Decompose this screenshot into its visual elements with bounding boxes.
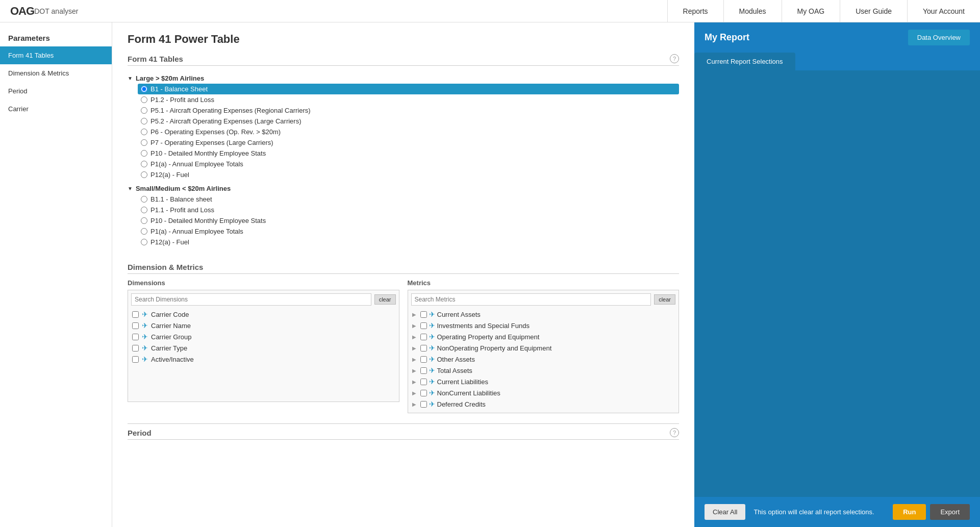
- export-button[interactable]: Export: [930, 504, 970, 520]
- metric-label-investments: Investments and Special Funds: [437, 322, 530, 330]
- tree-item-p12asm-label: P12(a) - Fuel: [150, 238, 189, 246]
- tree-item-p10sm[interactable]: P10 - Detailed Monthly Employee Stats: [138, 215, 679, 226]
- period-section-title: Period: [128, 429, 152, 437]
- dimensions-clear-button[interactable]: clear: [374, 294, 396, 305]
- checkbox-carrier-group[interactable]: [132, 334, 139, 340]
- radio-p12asm[interactable]: [141, 239, 147, 245]
- clear-all-button[interactable]: Clear All: [705, 504, 745, 520]
- right-panel-header: My Report Data Overview: [694, 22, 980, 53]
- checkbox-noncurrent-liabilities[interactable]: [420, 390, 427, 396]
- radio-b11[interactable]: [141, 196, 147, 203]
- radio-b1[interactable]: [141, 86, 147, 92]
- form41-tree: ▼ Large > $20m Airlines B1 - Balance She…: [128, 71, 679, 253]
- nav-userguide[interactable]: User Guide: [840, 0, 907, 22]
- checkbox-active-inactive[interactable]: [132, 356, 139, 363]
- tree-item-p12[interactable]: P1.2 - Profit and Loss: [138, 94, 679, 105]
- metric-item-operating-property[interactable]: ▶ ✈ Operating Property and Equipment: [411, 331, 676, 342]
- tree-item-p7-label: P7 - Operating Expenses (Large Carriers): [150, 139, 273, 146]
- radio-p12[interactable]: [141, 96, 147, 103]
- dim-item-carrier-code[interactable]: ✈ Carrier Code: [131, 309, 396, 320]
- checkbox-operating-property[interactable]: [420, 334, 427, 340]
- tree-item-p11[interactable]: P1.1 - Profit and Loss: [138, 205, 679, 215]
- metric-item-noncurrent-liabilities[interactable]: ▶ ✈ NonCurrent Liabilities: [411, 387, 676, 398]
- sidebar-item-carrier[interactable]: Carrier: [0, 100, 112, 118]
- dim-label-carrier-name: Carrier Name: [151, 322, 191, 330]
- checkbox-investments[interactable]: [420, 322, 427, 329]
- period-section-header: Period ?: [128, 428, 679, 440]
- tree-item-b11[interactable]: B1.1 - Balance sheet: [138, 194, 679, 205]
- form41-info-icon[interactable]: ?: [670, 54, 679, 63]
- tree-item-p12a[interactable]: P12(a) - Fuel: [138, 169, 679, 180]
- dimensions-list: ✈ Carrier Code ✈ Carrier Name ✈: [131, 309, 396, 365]
- tree-group-large-arrow: ▼: [128, 76, 133, 81]
- metric-item-investments[interactable]: ▶ ✈ Investments and Special Funds: [411, 320, 676, 331]
- tree-group-small-label[interactable]: ▼ Small/Medium < $20m Airlines: [128, 183, 679, 194]
- metric-label-nonoperating-property: NonOperating Property and Equipment: [437, 344, 552, 352]
- top-navigation: OAG DOT analyser Reports Modules My OAG …: [0, 0, 980, 22]
- radio-p12a[interactable]: [141, 171, 147, 178]
- tree-item-p1a[interactable]: P1(a) - Annual Employee Totals: [138, 159, 679, 169]
- dim-item-active-inactive[interactable]: ✈ Active/Inactive: [131, 354, 396, 365]
- nav-myoag[interactable]: My OAG: [782, 0, 840, 22]
- clear-all-description: This option will clear all report select…: [753, 508, 874, 516]
- tree-item-p52[interactable]: P5.2 - Aircraft Operating Expenses (Larg…: [138, 116, 679, 127]
- tree-group-small-text: Small/Medium < $20m Airlines: [136, 185, 231, 192]
- tree-item-p12a-label: P12(a) - Fuel: [150, 171, 189, 179]
- metric-item-current-assets[interactable]: ▶ ✈ Current Assets: [411, 309, 676, 320]
- checkbox-nonoperating-property[interactable]: [420, 345, 427, 352]
- sidebar-item-period[interactable]: Period: [0, 82, 112, 100]
- checkbox-carrier-code[interactable]: [132, 311, 139, 318]
- metric-item-total-assets[interactable]: ▶ ✈ Total Assets: [411, 365, 676, 376]
- checkbox-current-liabilities[interactable]: [420, 379, 427, 385]
- metrics-clear-button[interactable]: clear: [654, 294, 675, 305]
- tree-item-p51[interactable]: P5.1 - Aircraft Operating Expenses (Regi…: [138, 105, 679, 116]
- checkbox-deferred-credits[interactable]: [420, 401, 427, 408]
- nav-modules[interactable]: Modules: [723, 0, 782, 22]
- dim-item-carrier-name[interactable]: ✈ Carrier Name: [131, 320, 396, 331]
- dimensions-header: Dimensions: [128, 279, 399, 287]
- nav-reports[interactable]: Reports: [667, 0, 723, 22]
- search-metrics-input[interactable]: [411, 293, 651, 306]
- sidebar-item-dimensionmetrics[interactable]: Dimension & Metrics: [0, 64, 112, 82]
- plane-icon-other-assets: ✈: [429, 355, 435, 363]
- checkbox-current-assets[interactable]: [420, 311, 427, 318]
- tree-item-p1asm[interactable]: P1(a) - Annual Employee Totals: [138, 226, 679, 237]
- tree-item-p6-label: P6 - Operating Expenses (Op. Rev. > $20m…: [150, 128, 281, 136]
- radio-p1a[interactable]: [141, 161, 147, 167]
- radio-p11[interactable]: [141, 207, 147, 213]
- metric-item-other-assets[interactable]: ▶ ✈ Other Assets: [411, 354, 676, 365]
- tree-item-p6[interactable]: P6 - Operating Expenses (Op. Rev. > $20m…: [138, 127, 679, 137]
- period-info-icon[interactable]: ?: [670, 428, 679, 437]
- tree-item-p7[interactable]: P7 - Operating Expenses (Large Carriers): [138, 137, 679, 148]
- radio-p1asm[interactable]: [141, 228, 147, 235]
- checkbox-total-assets[interactable]: [420, 367, 427, 374]
- checkbox-other-assets[interactable]: [420, 356, 427, 363]
- radio-p6[interactable]: [141, 129, 147, 135]
- metric-item-deferred-credits[interactable]: ▶ ✈ Deferred Credits: [411, 398, 676, 410]
- run-button[interactable]: Run: [893, 504, 926, 520]
- tab-current-report[interactable]: Current Report Selections: [694, 53, 795, 70]
- radio-p10[interactable]: [141, 150, 147, 157]
- radio-p51[interactable]: [141, 107, 147, 114]
- tree-group-large-label[interactable]: ▼ Large > $20m Airlines: [128, 73, 679, 84]
- plane-icon-active-inactive: ✈: [142, 355, 148, 363]
- checkbox-carrier-type[interactable]: [132, 345, 139, 352]
- tree-item-p12asm[interactable]: P12(a) - Fuel: [138, 237, 679, 247]
- nav-youraccount[interactable]: Your Account: [907, 0, 980, 22]
- dim-label-carrier-group: Carrier Group: [151, 333, 191, 341]
- tree-item-p10[interactable]: P10 - Detailed Monthly Employee Stats: [138, 148, 679, 159]
- metric-item-nonoperating-property[interactable]: ▶ ✈ NonOperating Property and Equipment: [411, 342, 676, 354]
- dimensions-search-row: clear: [131, 293, 396, 306]
- data-overview-button[interactable]: Data Overview: [908, 30, 970, 45]
- radio-p10sm[interactable]: [141, 217, 147, 224]
- checkbox-carrier-name[interactable]: [132, 322, 139, 329]
- radio-p7[interactable]: [141, 139, 147, 146]
- dim-item-carrier-group[interactable]: ✈ Carrier Group: [131, 331, 396, 342]
- dim-item-carrier-type[interactable]: ✈ Carrier Type: [131, 342, 396, 354]
- radio-p52[interactable]: [141, 118, 147, 124]
- tree-item-b1[interactable]: B1 - Balance Sheet: [138, 84, 679, 94]
- metrics-header: Metrics: [408, 279, 680, 287]
- metric-item-current-liabilities[interactable]: ▶ ✈ Current Liabilities: [411, 376, 676, 387]
- search-dimensions-input[interactable]: [131, 293, 371, 306]
- sidebar-item-form41tables[interactable]: Form 41 Tables: [0, 46, 112, 64]
